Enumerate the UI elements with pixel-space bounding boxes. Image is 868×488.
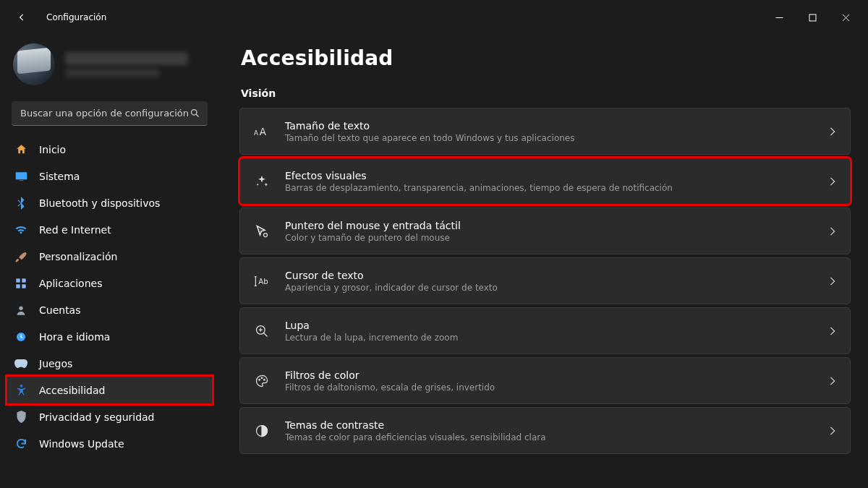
update-icon xyxy=(14,437,27,450)
apps-icon xyxy=(14,277,27,290)
card-title: Puntero del mouse y entrada táctil xyxy=(285,220,830,231)
card-subtitle: Tamaño del texto que aparece en todo Win… xyxy=(285,133,830,143)
card-title: Tamaño de texto xyxy=(285,120,830,132)
page-title: Accesibilidad xyxy=(241,46,851,70)
sidebar-item-red[interactable]: Red e Internet xyxy=(7,216,212,243)
card-subtitle: Lectura de la lupa, incremento de zoom xyxy=(285,333,830,343)
svg-rect-11 xyxy=(22,284,25,288)
chevron-right-icon xyxy=(830,277,835,286)
card-subtitle: Barras de desplazamiento, transparencia,… xyxy=(285,183,830,193)
card-subtitle: Filtros de daltonismo, escala de grises,… xyxy=(285,382,830,393)
person-icon xyxy=(14,304,27,317)
chevron-right-icon xyxy=(830,227,835,236)
sidebar-item-sistema[interactable]: Sistema xyxy=(7,163,212,189)
search-icon xyxy=(190,108,200,119)
sidebar-item-bluetooth[interactable]: Bluetooth y dispositivos xyxy=(7,189,212,216)
back-button[interactable] xyxy=(13,9,30,26)
sidebar-item-accesibilidad[interactable]: Accesibilidad xyxy=(7,377,212,403)
svg-line-5 xyxy=(196,114,198,116)
profile-name-redacted xyxy=(65,52,188,65)
card-filtros-color[interactable]: Filtros de color Filtros de daltonismo, … xyxy=(239,357,851,404)
sidebar-item-aplicaciones[interactable]: Aplicaciones xyxy=(7,270,212,296)
minimize-button[interactable] xyxy=(762,6,796,29)
sidebar-item-personalizacion[interactable]: Personalización xyxy=(7,243,212,270)
nav-list: Inicio Sistema Bluetooth y dispositivos … xyxy=(7,136,212,457)
sidebar-item-privacidad[interactable]: Privacidad y seguridad xyxy=(7,403,212,430)
sidebar-item-inicio[interactable]: Inicio xyxy=(7,136,212,163)
sidebar-item-label: Bluetooth y dispositivos xyxy=(39,197,160,209)
card-lupa[interactable]: Lupa Lectura de la lupa, incremento de z… xyxy=(239,307,851,354)
shield-icon xyxy=(14,411,27,424)
sparkle-icon xyxy=(252,174,272,189)
svg-point-14 xyxy=(20,385,22,388)
card-title: Lupa xyxy=(285,320,830,331)
sidebar-item-label: Inicio xyxy=(39,144,66,155)
window-title: Configuración xyxy=(46,12,106,22)
sidebar-item-juegos[interactable]: Juegos xyxy=(7,350,212,377)
card-puntero[interactable]: Puntero del mouse y entrada táctil Color… xyxy=(239,207,851,254)
sidebar-item-label: Sistema xyxy=(39,171,80,182)
sidebar-item-label: Red e Internet xyxy=(39,224,111,236)
home-icon xyxy=(14,143,27,156)
sidebar-item-label: Aplicaciones xyxy=(39,278,102,289)
wifi-icon xyxy=(14,223,27,236)
svg-rect-9 xyxy=(22,278,25,282)
svg-rect-1 xyxy=(809,14,816,21)
svg-point-25 xyxy=(261,377,263,379)
avatar xyxy=(13,43,55,85)
settings-cards: AA Tamaño de texto Tamaño del texto que … xyxy=(239,108,851,454)
accessibility-icon xyxy=(14,384,27,397)
close-button[interactable] xyxy=(829,6,862,29)
sidebar-item-windows-update[interactable]: Windows Update xyxy=(7,430,212,457)
sidebar-item-cuentas[interactable]: Cuentas xyxy=(7,296,212,323)
gamepad-icon xyxy=(14,357,27,370)
svg-text:A: A xyxy=(254,129,258,136)
search-input[interactable] xyxy=(20,108,190,119)
svg-point-12 xyxy=(19,306,22,309)
clock-icon xyxy=(14,330,27,343)
profile-text xyxy=(65,52,188,77)
svg-point-26 xyxy=(264,379,265,380)
bluetooth-icon xyxy=(14,197,27,210)
svg-point-24 xyxy=(259,379,260,380)
profile-block[interactable] xyxy=(7,35,212,101)
system-icon xyxy=(14,170,27,183)
card-title: Filtros de color xyxy=(285,369,830,381)
card-cursor-texto[interactable]: Ab Cursor de texto Apariencia y grosor, … xyxy=(239,257,851,304)
cursor-icon xyxy=(252,224,272,239)
card-title: Cursor de texto xyxy=(285,270,830,281)
titlebar: Configuración xyxy=(0,0,868,35)
chevron-right-icon xyxy=(830,127,835,136)
sidebar-item-label: Windows Update xyxy=(39,438,124,450)
svg-point-17 xyxy=(264,233,268,236)
brush-icon xyxy=(14,250,27,263)
card-tamano-de-texto[interactable]: AA Tamaño de texto Tamaño del texto que … xyxy=(239,108,851,155)
sidebar-item-label: Privacidad y seguridad xyxy=(39,411,155,423)
svg-text:Ab: Ab xyxy=(258,277,268,285)
text-cursor-icon: Ab xyxy=(252,275,272,288)
card-title: Temas de contraste xyxy=(285,419,830,431)
sidebar-item-label: Cuentas xyxy=(39,304,81,316)
card-efectos-visuales[interactable]: Efectos visuales Barras de desplazamient… xyxy=(239,158,851,205)
main-content: Accesibilidad Visión AA Tamaño de texto … xyxy=(221,35,868,488)
contrast-icon xyxy=(252,424,272,438)
sidebar-item-label: Juegos xyxy=(39,358,72,369)
sidebar-item-label: Personalización xyxy=(39,251,117,262)
chevron-right-icon xyxy=(830,377,835,385)
profile-email-redacted xyxy=(65,69,159,77)
svg-rect-10 xyxy=(16,284,20,288)
text-size-icon: AA xyxy=(252,125,272,138)
card-temas-contraste[interactable]: Temas de contraste Temas de color para d… xyxy=(239,407,851,454)
search-box[interactable] xyxy=(12,101,208,126)
section-label: Visión xyxy=(241,87,851,99)
svg-rect-6 xyxy=(15,172,27,179)
maximize-button[interactable] xyxy=(796,6,829,29)
sidebar-item-label: Accesibilidad xyxy=(39,385,105,396)
chevron-right-icon xyxy=(830,427,835,435)
svg-point-4 xyxy=(192,110,197,116)
sidebar: Inicio Sistema Bluetooth y dispositivos … xyxy=(0,35,221,488)
svg-text:A: A xyxy=(260,126,267,137)
sidebar-item-hora[interactable]: Hora e idioma xyxy=(7,323,212,350)
palette-icon xyxy=(252,374,272,388)
sidebar-item-label: Hora e idioma xyxy=(39,331,110,343)
